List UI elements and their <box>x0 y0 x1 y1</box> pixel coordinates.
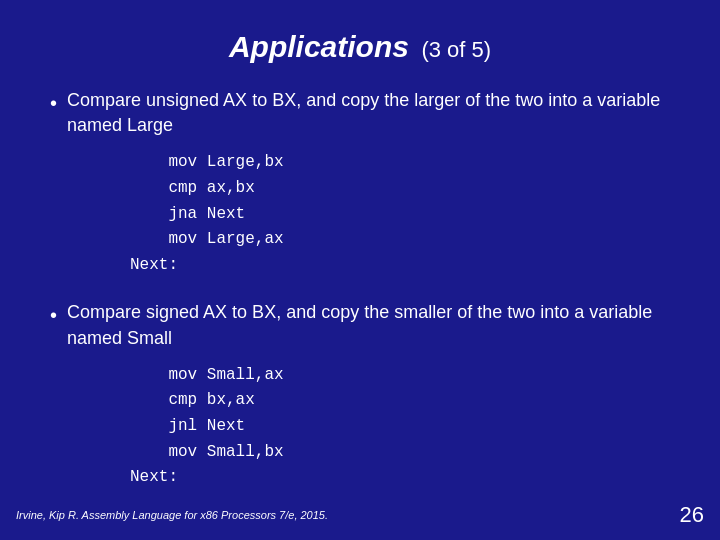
code-line-1-3: mov Large,ax <box>130 227 670 253</box>
bullet-text-1: Compare unsigned AX to BX, and copy the … <box>67 88 670 138</box>
bullet-text-2: Compare signed AX to BX, and copy the sm… <box>67 300 670 350</box>
code-line-1-1: cmp ax,bx <box>130 176 670 202</box>
code-line-2-1: cmp bx,ax <box>130 388 670 414</box>
code-line-1-4: Next: <box>130 253 670 279</box>
code-block-1: mov Large,bx cmp ax,bx jna Next mov Larg… <box>130 150 670 278</box>
bullet-item-2: • Compare signed AX to BX, and copy the … <box>50 300 670 350</box>
code-line-1-0: mov Large,bx <box>130 150 670 176</box>
bullet-section-1: • Compare unsigned AX to BX, and copy th… <box>50 88 670 278</box>
bullet-section-2: • Compare signed AX to BX, and copy the … <box>50 300 670 490</box>
bullet-dot-1: • <box>50 89 57 117</box>
code-line-2-0: mov Small,ax <box>130 363 670 389</box>
code-line-1-2: jna Next <box>130 202 670 228</box>
slide-title: Applications <box>229 30 409 63</box>
footer-page: 26 <box>680 502 704 528</box>
code-block-2: mov Small,ax cmp bx,ax jnl Next mov Smal… <box>130 363 670 491</box>
title-area: Applications (3 of 5) <box>50 30 670 64</box>
bullet-item-1: • Compare unsigned AX to BX, and copy th… <box>50 88 670 138</box>
footer-citation: Irvine, Kip R. Assembly Language for x86… <box>16 509 328 521</box>
code-line-2-2: jnl Next <box>130 414 670 440</box>
code-line-2-3: mov Small,bx <box>130 440 670 466</box>
code-line-2-4: Next: <box>130 465 670 491</box>
bullet-dot-2: • <box>50 301 57 329</box>
slide-container: Applications (3 of 5) • Compare unsigned… <box>0 0 720 540</box>
slide-subtitle: (3 of 5) <box>421 37 491 62</box>
footer: Irvine, Kip R. Assembly Language for x86… <box>0 502 720 528</box>
